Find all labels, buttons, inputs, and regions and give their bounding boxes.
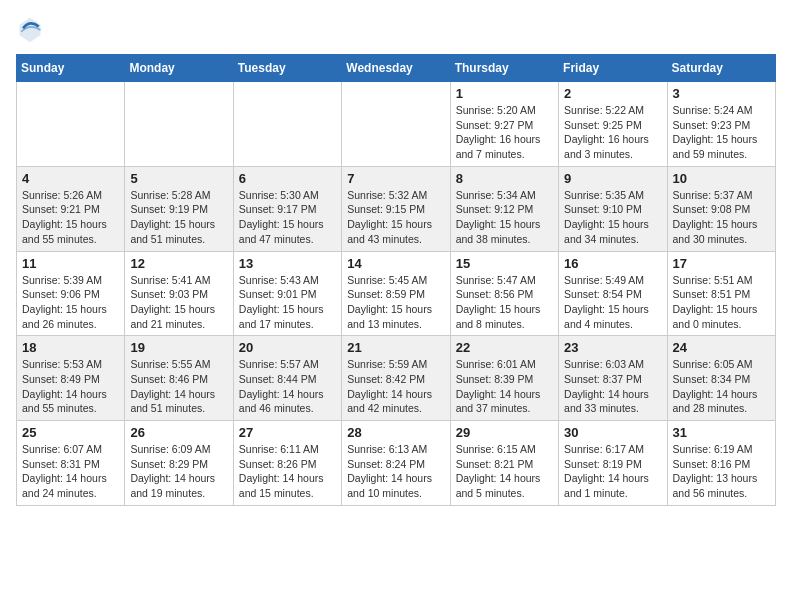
calendar-cell: 3Sunrise: 5:24 AM Sunset: 9:23 PM Daylig…	[667, 82, 775, 167]
day-number: 3	[673, 86, 770, 101]
day-info: Sunrise: 6:05 AM Sunset: 8:34 PM Dayligh…	[673, 357, 770, 416]
day-info: Sunrise: 5:57 AM Sunset: 8:44 PM Dayligh…	[239, 357, 336, 416]
calendar-cell: 10Sunrise: 5:37 AM Sunset: 9:08 PM Dayli…	[667, 166, 775, 251]
calendar-cell: 13Sunrise: 5:43 AM Sunset: 9:01 PM Dayli…	[233, 251, 341, 336]
calendar-cell: 31Sunrise: 6:19 AM Sunset: 8:16 PM Dayli…	[667, 421, 775, 506]
day-info: Sunrise: 6:01 AM Sunset: 8:39 PM Dayligh…	[456, 357, 553, 416]
calendar-week-row: 18Sunrise: 5:53 AM Sunset: 8:49 PM Dayli…	[17, 336, 776, 421]
day-number: 25	[22, 425, 119, 440]
day-info: Sunrise: 6:07 AM Sunset: 8:31 PM Dayligh…	[22, 442, 119, 501]
calendar-cell: 14Sunrise: 5:45 AM Sunset: 8:59 PM Dayli…	[342, 251, 450, 336]
day-number: 11	[22, 256, 119, 271]
day-info: Sunrise: 5:37 AM Sunset: 9:08 PM Dayligh…	[673, 188, 770, 247]
day-info: Sunrise: 5:34 AM Sunset: 9:12 PM Dayligh…	[456, 188, 553, 247]
day-info: Sunrise: 5:32 AM Sunset: 9:15 PM Dayligh…	[347, 188, 444, 247]
calendar-cell: 18Sunrise: 5:53 AM Sunset: 8:49 PM Dayli…	[17, 336, 125, 421]
calendar-cell: 21Sunrise: 5:59 AM Sunset: 8:42 PM Dayli…	[342, 336, 450, 421]
calendar-cell	[17, 82, 125, 167]
calendar-cell: 1Sunrise: 5:20 AM Sunset: 9:27 PM Daylig…	[450, 82, 558, 167]
day-info: Sunrise: 5:45 AM Sunset: 8:59 PM Dayligh…	[347, 273, 444, 332]
calendar-cell: 12Sunrise: 5:41 AM Sunset: 9:03 PM Dayli…	[125, 251, 233, 336]
day-number: 28	[347, 425, 444, 440]
day-number: 27	[239, 425, 336, 440]
calendar-week-row: 25Sunrise: 6:07 AM Sunset: 8:31 PM Dayli…	[17, 421, 776, 506]
day-number: 29	[456, 425, 553, 440]
day-info: Sunrise: 5:59 AM Sunset: 8:42 PM Dayligh…	[347, 357, 444, 416]
day-info: Sunrise: 6:13 AM Sunset: 8:24 PM Dayligh…	[347, 442, 444, 501]
page-header	[16, 16, 776, 44]
day-of-week-header: Thursday	[450, 55, 558, 82]
calendar-cell	[125, 82, 233, 167]
calendar-cell: 19Sunrise: 5:55 AM Sunset: 8:46 PM Dayli…	[125, 336, 233, 421]
day-info: Sunrise: 5:22 AM Sunset: 9:25 PM Dayligh…	[564, 103, 661, 162]
day-number: 17	[673, 256, 770, 271]
calendar-cell: 26Sunrise: 6:09 AM Sunset: 8:29 PM Dayli…	[125, 421, 233, 506]
calendar-cell: 2Sunrise: 5:22 AM Sunset: 9:25 PM Daylig…	[559, 82, 667, 167]
day-number: 8	[456, 171, 553, 186]
day-number: 5	[130, 171, 227, 186]
calendar-cell: 28Sunrise: 6:13 AM Sunset: 8:24 PM Dayli…	[342, 421, 450, 506]
day-info: Sunrise: 5:51 AM Sunset: 8:51 PM Dayligh…	[673, 273, 770, 332]
day-info: Sunrise: 5:30 AM Sunset: 9:17 PM Dayligh…	[239, 188, 336, 247]
calendar-cell: 17Sunrise: 5:51 AM Sunset: 8:51 PM Dayli…	[667, 251, 775, 336]
day-number: 2	[564, 86, 661, 101]
day-info: Sunrise: 6:17 AM Sunset: 8:19 PM Dayligh…	[564, 442, 661, 501]
day-of-week-header: Wednesday	[342, 55, 450, 82]
calendar-cell: 8Sunrise: 5:34 AM Sunset: 9:12 PM Daylig…	[450, 166, 558, 251]
calendar-cell: 24Sunrise: 6:05 AM Sunset: 8:34 PM Dayli…	[667, 336, 775, 421]
calendar-cell: 20Sunrise: 5:57 AM Sunset: 8:44 PM Dayli…	[233, 336, 341, 421]
day-number: 14	[347, 256, 444, 271]
day-number: 12	[130, 256, 227, 271]
day-of-week-header: Tuesday	[233, 55, 341, 82]
calendar-cell	[342, 82, 450, 167]
calendar-cell: 29Sunrise: 6:15 AM Sunset: 8:21 PM Dayli…	[450, 421, 558, 506]
day-info: Sunrise: 5:53 AM Sunset: 8:49 PM Dayligh…	[22, 357, 119, 416]
day-info: Sunrise: 6:09 AM Sunset: 8:29 PM Dayligh…	[130, 442, 227, 501]
day-info: Sunrise: 5:43 AM Sunset: 9:01 PM Dayligh…	[239, 273, 336, 332]
day-number: 9	[564, 171, 661, 186]
logo	[16, 16, 48, 44]
day-number: 13	[239, 256, 336, 271]
day-info: Sunrise: 6:11 AM Sunset: 8:26 PM Dayligh…	[239, 442, 336, 501]
day-info: Sunrise: 5:49 AM Sunset: 8:54 PM Dayligh…	[564, 273, 661, 332]
day-number: 18	[22, 340, 119, 355]
calendar-cell	[233, 82, 341, 167]
day-number: 24	[673, 340, 770, 355]
calendar-cell: 25Sunrise: 6:07 AM Sunset: 8:31 PM Dayli…	[17, 421, 125, 506]
day-info: Sunrise: 5:28 AM Sunset: 9:19 PM Dayligh…	[130, 188, 227, 247]
day-number: 30	[564, 425, 661, 440]
day-info: Sunrise: 5:39 AM Sunset: 9:06 PM Dayligh…	[22, 273, 119, 332]
day-info: Sunrise: 5:26 AM Sunset: 9:21 PM Dayligh…	[22, 188, 119, 247]
calendar-cell: 16Sunrise: 5:49 AM Sunset: 8:54 PM Dayli…	[559, 251, 667, 336]
calendar-table: SundayMondayTuesdayWednesdayThursdayFrid…	[16, 54, 776, 506]
day-info: Sunrise: 5:24 AM Sunset: 9:23 PM Dayligh…	[673, 103, 770, 162]
calendar-week-row: 4Sunrise: 5:26 AM Sunset: 9:21 PM Daylig…	[17, 166, 776, 251]
day-info: Sunrise: 5:47 AM Sunset: 8:56 PM Dayligh…	[456, 273, 553, 332]
calendar-cell: 11Sunrise: 5:39 AM Sunset: 9:06 PM Dayli…	[17, 251, 125, 336]
day-number: 26	[130, 425, 227, 440]
day-of-week-header: Monday	[125, 55, 233, 82]
day-info: Sunrise: 6:15 AM Sunset: 8:21 PM Dayligh…	[456, 442, 553, 501]
calendar-cell: 4Sunrise: 5:26 AM Sunset: 9:21 PM Daylig…	[17, 166, 125, 251]
day-number: 7	[347, 171, 444, 186]
day-number: 23	[564, 340, 661, 355]
calendar-cell: 6Sunrise: 5:30 AM Sunset: 9:17 PM Daylig…	[233, 166, 341, 251]
logo-icon	[16, 16, 44, 44]
day-info: Sunrise: 5:20 AM Sunset: 9:27 PM Dayligh…	[456, 103, 553, 162]
calendar-cell: 22Sunrise: 6:01 AM Sunset: 8:39 PM Dayli…	[450, 336, 558, 421]
day-number: 1	[456, 86, 553, 101]
day-number: 21	[347, 340, 444, 355]
calendar-header-row: SundayMondayTuesdayWednesdayThursdayFrid…	[17, 55, 776, 82]
calendar-cell: 9Sunrise: 5:35 AM Sunset: 9:10 PM Daylig…	[559, 166, 667, 251]
calendar-week-row: 11Sunrise: 5:39 AM Sunset: 9:06 PM Dayli…	[17, 251, 776, 336]
day-of-week-header: Saturday	[667, 55, 775, 82]
day-info: Sunrise: 5:55 AM Sunset: 8:46 PM Dayligh…	[130, 357, 227, 416]
calendar-cell: 5Sunrise: 5:28 AM Sunset: 9:19 PM Daylig…	[125, 166, 233, 251]
calendar-cell: 27Sunrise: 6:11 AM Sunset: 8:26 PM Dayli…	[233, 421, 341, 506]
day-info: Sunrise: 6:19 AM Sunset: 8:16 PM Dayligh…	[673, 442, 770, 501]
day-number: 19	[130, 340, 227, 355]
day-number: 22	[456, 340, 553, 355]
day-number: 16	[564, 256, 661, 271]
day-number: 10	[673, 171, 770, 186]
calendar-week-row: 1Sunrise: 5:20 AM Sunset: 9:27 PM Daylig…	[17, 82, 776, 167]
